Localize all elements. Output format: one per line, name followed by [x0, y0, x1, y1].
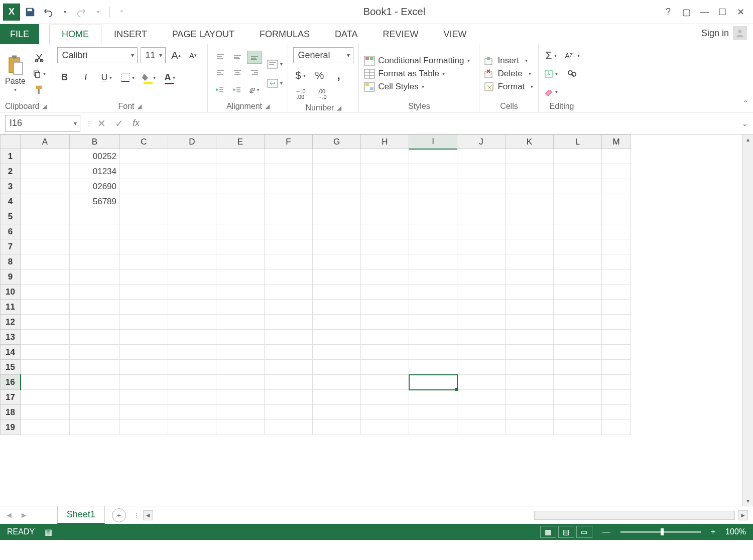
- cell-G2[interactable]: [313, 164, 361, 179]
- cell-K11[interactable]: [506, 300, 554, 315]
- col-header[interactable]: I: [409, 135, 457, 149]
- cell-G11[interactable]: [313, 300, 361, 315]
- cell-E18[interactable]: [216, 405, 265, 420]
- cell-F1[interactable]: [265, 149, 313, 164]
- cell-A1[interactable]: [21, 149, 70, 164]
- clear-button[interactable]: [544, 85, 558, 99]
- cell-J11[interactable]: [457, 300, 506, 315]
- increase-decimal-button[interactable]: ←.0.00: [293, 87, 307, 101]
- qat-customize-icon[interactable]: ⁼: [115, 6, 128, 19]
- clipboard-launcher-icon[interactable]: ◢: [42, 103, 47, 110]
- cell-F19[interactable]: [265, 420, 313, 435]
- row-header[interactable]: 9: [1, 269, 21, 285]
- cell-L4[interactable]: [554, 194, 602, 209]
- cell-K1[interactable]: [506, 149, 554, 164]
- cell-D16[interactable]: [168, 375, 216, 390]
- cell-K15[interactable]: [506, 360, 554, 375]
- cell-I14[interactable]: [409, 345, 457, 360]
- row-header[interactable]: 13: [1, 330, 21, 345]
- col-header[interactable]: E: [216, 135, 265, 149]
- font-launcher-icon[interactable]: ◢: [137, 103, 142, 110]
- new-sheet-button[interactable]: +: [112, 508, 126, 522]
- decrease-decimal-button[interactable]: .00→.0: [314, 87, 328, 101]
- page-break-view-button[interactable]: ▭: [576, 526, 592, 538]
- cell-G15[interactable]: [313, 360, 361, 375]
- number-launcher-icon[interactable]: ◢: [337, 104, 341, 111]
- cell-D2[interactable]: [168, 164, 216, 179]
- row-header[interactable]: 5: [1, 209, 21, 224]
- cell-F13[interactable]: [265, 330, 313, 345]
- cell-B18[interactable]: [70, 405, 120, 420]
- cell-B17[interactable]: [70, 390, 120, 405]
- cell-J4[interactable]: [457, 194, 506, 209]
- cell-A12[interactable]: [21, 315, 70, 330]
- cell-F2[interactable]: [265, 164, 313, 179]
- row-header[interactable]: 3: [1, 179, 21, 194]
- cancel-formula-button[interactable]: ✕: [97, 117, 106, 129]
- cell-I16[interactable]: [409, 375, 457, 390]
- cell-M4[interactable]: [602, 194, 631, 209]
- cell-C3[interactable]: [120, 179, 168, 194]
- cell-A16[interactable]: [21, 375, 70, 390]
- cell-B14[interactable]: [70, 345, 120, 360]
- redo-button[interactable]: [73, 4, 89, 20]
- row-header[interactable]: 2: [1, 164, 21, 179]
- cell-D3[interactable]: [168, 179, 216, 194]
- cell-B4[interactable]: 56789: [70, 194, 120, 209]
- font-name-combo[interactable]: Calibri: [57, 47, 138, 63]
- cell-K3[interactable]: [506, 179, 554, 194]
- cell-C1[interactable]: [120, 149, 168, 164]
- cell-G14[interactable]: [313, 345, 361, 360]
- cell-E6[interactable]: [216, 224, 265, 239]
- zoom-in-button[interactable]: +: [711, 527, 715, 536]
- cell-B10[interactable]: [70, 285, 120, 300]
- cell-I17[interactable]: [409, 390, 457, 405]
- cell-F6[interactable]: [265, 224, 313, 239]
- cell-B3[interactable]: 02690: [70, 179, 120, 194]
- cell-D9[interactable]: [168, 269, 216, 285]
- close-button[interactable]: ✕: [733, 5, 748, 20]
- tab-file[interactable]: FILE: [0, 24, 39, 44]
- cell-M13[interactable]: [602, 330, 631, 345]
- cell-D4[interactable]: [168, 194, 216, 209]
- col-header[interactable]: J: [457, 135, 506, 149]
- cell-H10[interactable]: [361, 285, 409, 300]
- tab-review[interactable]: REVIEW: [370, 25, 431, 44]
- horizontal-scrollbar[interactable]: [534, 511, 735, 520]
- cell-B11[interactable]: [70, 300, 120, 315]
- cell-G5[interactable]: [313, 209, 361, 224]
- cell-B8[interactable]: [70, 254, 120, 269]
- cell-J1[interactable]: [457, 149, 506, 164]
- row-header[interactable]: 17: [1, 390, 21, 405]
- cell-I19[interactable]: [409, 420, 457, 435]
- formula-input[interactable]: [145, 115, 737, 132]
- cell-M3[interactable]: [602, 179, 631, 194]
- number-format-combo[interactable]: General: [293, 47, 353, 63]
- cell-I6[interactable]: [409, 224, 457, 239]
- cell-I12[interactable]: [409, 315, 457, 330]
- orientation-button[interactable]: ⅇ: [247, 83, 261, 97]
- hscroll-right-button[interactable]: ►: [738, 510, 748, 520]
- cell-H8[interactable]: [361, 254, 409, 269]
- cell-L11[interactable]: [554, 300, 602, 315]
- insert-cells-button[interactable]: Insert▾: [484, 56, 533, 66]
- cell-E17[interactable]: [216, 390, 265, 405]
- autosum-button[interactable]: Σ: [544, 49, 558, 63]
- row-header[interactable]: 7: [1, 239, 21, 254]
- cell-H6[interactable]: [361, 224, 409, 239]
- wrap-text-button[interactable]: [267, 57, 283, 71]
- cell-J18[interactable]: [457, 405, 506, 420]
- col-header[interactable]: G: [313, 135, 361, 149]
- cell-L7[interactable]: [554, 239, 602, 254]
- cell-A2[interactable]: [21, 164, 70, 179]
- cell-E13[interactable]: [216, 330, 265, 345]
- cell-A14[interactable]: [21, 345, 70, 360]
- col-header[interactable]: H: [361, 135, 409, 149]
- cell-F15[interactable]: [265, 360, 313, 375]
- cell-A13[interactable]: [21, 330, 70, 345]
- cell-D15[interactable]: [168, 360, 216, 375]
- cell-L9[interactable]: [554, 269, 602, 285]
- cell-G1[interactable]: [313, 149, 361, 164]
- cell-G8[interactable]: [313, 254, 361, 269]
- font-size-combo[interactable]: 11: [141, 47, 166, 63]
